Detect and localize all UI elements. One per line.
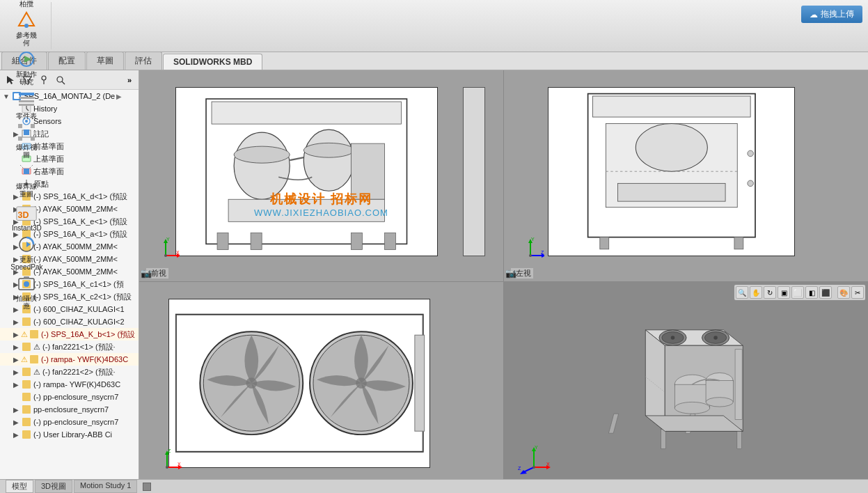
bom-label: 零件表 — [16, 112, 37, 120]
tree-pp3[interactable]: ▶ pp-enclosure_nsycrn7 — [0, 403, 139, 416]
svg-text:3D: 3D — [18, 210, 29, 219]
tab-evaluate[interactable]: 評估 — [125, 52, 162, 70]
svg-rect-28 — [31, 124, 35, 128]
root-arrow: ▶ — [116, 93, 122, 100]
tree-abb2[interactable]: ▶ (-) User Library-ABB Ci — [0, 428, 139, 441]
status-tab-3dview[interactable]: 3D視圖 — [35, 480, 72, 493]
svg-rect-81 — [22, 418, 31, 426]
bom-btn[interactable]: 零件表 — [11, 87, 42, 121]
svg-point-157 — [706, 398, 733, 407]
explodeline-label: 爆炸線重圖 — [16, 182, 37, 198]
status-resize-handle[interactable] — [143, 483, 151, 491]
status-tab-motion[interactable]: Motion Study 1 — [74, 480, 137, 493]
assembly2-btn[interactable]: 組合件柏攬 — [11, 0, 42, 9]
svg-marker-21 — [24, 56, 31, 63]
svg-rect-75 — [22, 343, 31, 351]
tab-sketch[interactable]: 草圖 — [86, 52, 124, 70]
svg-rect-22 — [19, 93, 34, 95]
front-camera-icon: 📷 — [141, 268, 152, 279]
rampa1-label: ⚠ (-) fan2221<1> (預設· — [33, 342, 116, 352]
view-btn2[interactable]: ⬜ — [791, 286, 804, 299]
part11-expander: ▶ — [11, 317, 21, 327]
cloud-upload-button[interactable]: ☁ 拖拽上傳 — [801, 6, 862, 23]
view-btn1[interactable]: ▣ — [778, 286, 790, 299]
pan-btn[interactable]: ✋ — [750, 286, 762, 299]
svg-rect-30 — [31, 136, 35, 141]
status-tab-model[interactable]: 模型 — [6, 480, 33, 493]
view-btn3[interactable]: ◧ — [805, 286, 818, 299]
svg-line-33 — [29, 165, 33, 169]
newaction-btn[interactable]: 新動作研究 — [11, 48, 42, 87]
svg-rect-79 — [22, 393, 31, 401]
svg-rect-84 — [212, 102, 401, 124]
fan1-icon — [29, 329, 40, 340]
tree-pp2[interactable]: (-) pp-enclosure_nsycrn7 — [0, 391, 139, 403]
capture-label: 拍攝供應 — [16, 295, 37, 310]
svg-rect-148 — [608, 414, 618, 433]
tree-rampa2[interactable]: ▶ ⚠ (-) fan2221<2> (預設· — [0, 366, 139, 378]
tree-abb1[interactable]: ▶ (-) pp-enclosure_nsycrn7 — [0, 416, 139, 428]
svg-rect-93 — [251, 233, 262, 250]
speedpak-icon — [15, 235, 38, 254]
svg-rect-95 — [385, 233, 396, 250]
speedpak-label: 更新SpeedPak — [10, 256, 42, 271]
fan2-icon — [29, 354, 40, 365]
speedpak-btn[interactable]: 更新SpeedPak — [8, 233, 45, 272]
svg-rect-94 — [352, 233, 363, 250]
viewport-top[interactable]: Z X *上視 📷 — [139, 282, 503, 493]
zoom-btn[interactable]: 🔍 — [736, 286, 748, 299]
explodeline-btn[interactable]: 爆炸線重圖 — [11, 160, 42, 199]
svg-point-154 — [674, 402, 709, 414]
newaction-label: 新動作研究 — [16, 70, 37, 86]
rotate-btn[interactable]: ↻ — [764, 286, 776, 299]
viewport-isometric[interactable]: 🔍 ✋ ↻ ▣ ⬜ ◧ ⬛ 🎨 ✂ — [504, 282, 868, 493]
svg-point-19 — [24, 24, 29, 28]
cloud-label: 拖拽上傳 — [821, 8, 854, 20]
view-btn4[interactable]: ⬛ — [819, 286, 832, 299]
svg-point-43 — [42, 76, 46, 80]
rampa1-expander: ▶ — [11, 342, 21, 352]
svg-rect-104 — [592, 96, 750, 117]
refgeo-btn[interactable]: 參考幾何 — [11, 9, 42, 48]
render-btn[interactable]: 🎨 — [837, 286, 850, 299]
part9-label: (-) SPS_16A_K_c2<1> (預設 — [33, 292, 132, 302]
tab-config[interactable]: 配置 — [48, 52, 86, 70]
tree-fan1[interactable]: ▶ ⚠ (-) SPS_16A_K_b<1> (預設 — [0, 328, 139, 341]
svg-rect-76 — [30, 355, 38, 363]
search-btn[interactable] — [53, 72, 68, 88]
part7-label: (-) AYAK_500MM_2MM< — [33, 267, 118, 276]
svg-point-45 — [57, 77, 63, 82]
svg-rect-73 — [22, 318, 31, 326]
tree-part-11[interactable]: ▶ (-) 600_CIHAZ_KULAGI<2 — [0, 315, 139, 328]
svg-point-111 — [748, 150, 754, 157]
svg-point-106 — [636, 124, 707, 172]
section-btn[interactable]: ✂ — [851, 286, 864, 299]
explode-icon — [15, 123, 38, 142]
svg-point-168 — [532, 466, 535, 469]
svg-text:X: X — [176, 250, 180, 255]
capture-btn[interactable]: 拍攝供應 — [11, 272, 42, 311]
instant3d-btn[interactable]: 3D Instant3D — [7, 199, 46, 233]
tree-fan2[interactable]: ▶ ⚠ (-) rampa- YWF(K)4D63C — [0, 353, 139, 366]
tab-solidworks-mbd[interactable]: SOLIDWORKS MBD — [163, 54, 262, 70]
tree-rampa1[interactable]: ▶ ⚠ (-) fan2221<1> (預設· — [0, 341, 139, 353]
newaction-icon — [15, 49, 38, 69]
svg-line-32 — [20, 165, 24, 169]
assembly2-label: 組合件柏攬 — [16, 0, 37, 8]
svg-rect-110 — [734, 237, 743, 249]
tree-pp1[interactable]: ▶ (-) rampa- YWF(K)4D63C — [0, 378, 139, 391]
iso-model — [530, 299, 839, 478]
explode-btn[interactable]: 爆炸視圖 — [11, 121, 42, 160]
viewport-front[interactable]: Y X *前視 📷 机械设计 招标网 WWW.JIXIEZHAOBIAO.COM — [139, 70, 503, 281]
viewport-left[interactable]: Y Z *左視 📷 — [504, 70, 868, 281]
svg-rect-23 — [19, 97, 34, 99]
svg-text:Y: Y — [531, 237, 535, 242]
rampa2-icon — [21, 366, 32, 377]
fan2-expander: ▶ — [11, 354, 21, 364]
refgeo-label: 參考幾何 — [16, 31, 37, 47]
sidebar-collapse-btn[interactable]: » — [123, 74, 136, 86]
refgeo-icon — [15, 10, 38, 30]
svg-rect-31 — [24, 169, 29, 174]
svg-point-88 — [304, 143, 354, 158]
svg-rect-90 — [352, 143, 385, 199]
